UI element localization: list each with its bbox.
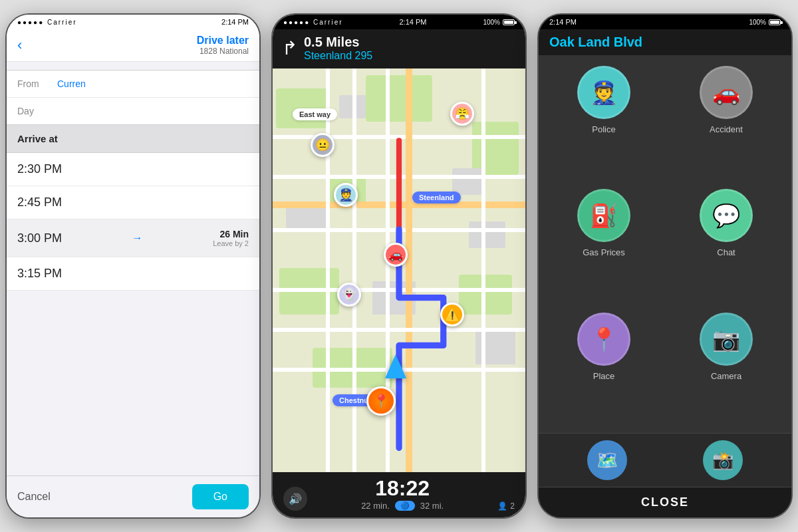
building-2 xyxy=(452,168,485,195)
close-bar: CLOSE xyxy=(539,487,791,517)
go-button[interactable]: Go xyxy=(192,484,249,509)
status-bar-1: ●●●●● Carrier 2:14 PM xyxy=(7,15,259,29)
report-item-camera[interactable]: 📷 Camera xyxy=(672,313,781,422)
gas-circle: ⛽ xyxy=(577,189,630,242)
road-v4 xyxy=(352,68,356,472)
from-row[interactable]: From Curren xyxy=(7,70,259,98)
time-detail-300: 26 Min Leave by 2 xyxy=(213,229,249,247)
road-h3 xyxy=(273,228,525,232)
users-count: 2 xyxy=(510,501,515,511)
time-row-300[interactable]: 3:00 PM → 26 Min Leave by 2 xyxy=(7,219,259,257)
park-block-6 xyxy=(459,275,512,315)
time-1: 2:14 PM xyxy=(221,18,249,26)
time-230: 2:30 PM xyxy=(17,162,62,176)
eta-details: 22 min. 🔵 32 mi. xyxy=(307,501,497,511)
place-label: Place xyxy=(593,371,615,381)
cancel-button[interactable]: Cancel xyxy=(17,491,51,503)
report-item-police[interactable]: 👮 Police xyxy=(549,66,658,176)
map-bottom-row: 🔊 18:22 22 min. 🔵 32 mi. 👤 2 xyxy=(283,476,515,511)
time-2: 2:14 PM xyxy=(400,18,427,26)
time-300: 3:00 PM xyxy=(17,231,62,245)
report-item-place[interactable]: 📍 Place xyxy=(549,313,658,422)
battery-icon-2 xyxy=(503,19,515,25)
close-button[interactable]: CLOSE xyxy=(641,495,689,509)
battery-pct-3: 100% xyxy=(749,19,766,26)
report-item-chat[interactable]: 💬 Chat xyxy=(672,189,781,299)
nav-arrow xyxy=(385,354,406,378)
report-item-accident[interactable]: 🚗 Accident xyxy=(672,66,781,176)
time-315: 3:15 PM xyxy=(17,267,62,281)
arrive-section: Arrive at xyxy=(7,125,259,153)
person-icon: 👤 xyxy=(497,501,507,511)
road-h1 xyxy=(273,135,525,139)
phone-screen-2: ●●●●● Carrier 2:14 PM 100% ↱ 0.5 Miles S… xyxy=(271,13,527,519)
nav-title: Drive later 1828 National xyxy=(22,35,249,56)
road-h4 xyxy=(273,288,525,292)
battery-area-3: 100% xyxy=(749,19,781,26)
back-button[interactable]: ‹ xyxy=(17,37,22,54)
report-item-gas[interactable]: ⛽ Gas Prices xyxy=(549,189,658,299)
eta-area: 18:22 22 min. 🔵 32 mi. xyxy=(307,476,497,511)
time-row-315[interactable]: 3:15 PM xyxy=(7,257,259,291)
phone-screen-1: ●●●●● Carrier 2:14 PM ‹ Drive later 1828… xyxy=(5,13,261,519)
battery-icon-3 xyxy=(769,19,781,25)
camera-circle: 📷 xyxy=(700,313,753,366)
report-header: Oak Land Blvd xyxy=(539,29,791,55)
accident-marker: 🚗 xyxy=(384,243,408,267)
report-street: Oak Land Blvd xyxy=(549,35,781,50)
road-h2 xyxy=(273,175,525,179)
time-245: 2:45 PM xyxy=(17,196,62,209)
turn-arrow-icon: ↱ xyxy=(282,37,297,59)
accident-label: Accident xyxy=(710,124,743,134)
chat-label: Chat xyxy=(717,247,735,257)
time-list: 2:30 PM 2:45 PM 3:00 PM → 26 Min Leave b… xyxy=(7,153,259,475)
accident-circle: 🚗 xyxy=(700,66,753,119)
drive-later-title: Drive later xyxy=(30,35,249,47)
from-value: Curren xyxy=(57,78,86,89)
carrier-2: ●●●●● Carrier xyxy=(283,19,343,26)
road-major-h1 xyxy=(273,201,525,208)
label-eastway: East way xyxy=(293,108,337,120)
building-4 xyxy=(469,221,505,248)
phone-screen-3: 2:14 PM 100% Oak Land Blvd 👮 Police 🚗 Ac… xyxy=(537,13,793,519)
time-row-230[interactable]: 2:30 PM xyxy=(7,153,259,186)
police-circle: 👮 xyxy=(577,66,630,119)
battery-area-2: 100% xyxy=(483,19,515,26)
from-label: From xyxy=(17,78,57,89)
status-bar-3: 2:14 PM 100% xyxy=(539,15,791,29)
park-block-2 xyxy=(366,75,432,122)
time-row-245[interactable]: 2:45 PM xyxy=(7,186,259,219)
speaker-icon[interactable]: 🔊 xyxy=(283,487,307,511)
eta-time: 18:22 xyxy=(307,476,497,501)
users-badge: 👤 2 xyxy=(497,501,515,511)
place-circle: 📍 xyxy=(577,313,630,366)
road-h5 xyxy=(273,328,525,332)
waze-badge: 🔵 xyxy=(395,501,415,511)
camera-label: Camera xyxy=(711,371,741,381)
direction-info: 0.5 Miles Steenland 295 xyxy=(304,35,516,62)
map-bottom: 🔊 18:22 22 min. 🔵 32 mi. 👤 2 xyxy=(273,472,525,517)
direction-street: Steenland 295 xyxy=(304,50,516,62)
police-marker: 👮 xyxy=(334,183,358,207)
traffic-marker-2: 😤 xyxy=(450,102,474,126)
ghost-marker: 👻 xyxy=(337,283,361,307)
eta-minutes: 22 min. xyxy=(361,501,390,511)
road-v1 xyxy=(326,68,330,472)
direction-row: ↱ 0.5 Miles Steenland 295 xyxy=(282,35,516,62)
time-3: 2:14 PM xyxy=(549,18,577,26)
police-label: Police xyxy=(592,124,615,134)
map-canvas: East way Steenland Chestnut St. 👮 😐 😤 🚗 … xyxy=(273,68,525,472)
label-steenland: Steenland xyxy=(412,192,461,203)
warning-marker: ⚠️ xyxy=(440,303,464,327)
traffic-marker-1: 😐 xyxy=(311,133,334,157)
chat-circle: 💬 xyxy=(700,189,753,242)
direction-distance: 0.5 Miles xyxy=(304,35,516,50)
form-section: From Curren Day xyxy=(7,70,259,125)
eta-miles: 32 mi. xyxy=(420,501,444,511)
day-row[interactable]: Day xyxy=(7,98,259,124)
arrive-header: Arrive at xyxy=(7,125,259,153)
road-v3 xyxy=(481,68,485,472)
partial-circle-2: 📸 xyxy=(703,440,743,480)
road-major-v1 xyxy=(406,68,412,472)
carrier-1: ●●●●● Carrier xyxy=(17,19,77,26)
